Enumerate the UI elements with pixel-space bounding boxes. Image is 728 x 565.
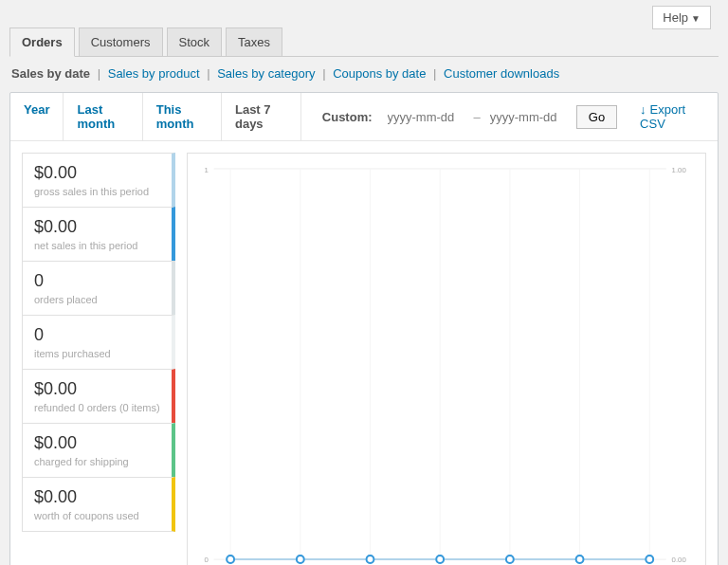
sub-tab-sales-by-product[interactable]: Sales by product bbox=[108, 66, 200, 81]
svg-point-31 bbox=[506, 556, 514, 563]
divider: | bbox=[204, 66, 214, 81]
export-csv-link[interactable]: ↓Export CSV bbox=[627, 93, 718, 140]
report-panel: YearLast monthThis monthLast 7 days Cust… bbox=[9, 92, 719, 565]
range-tab-this-month[interactable]: This month bbox=[143, 93, 222, 140]
stat-label: gross sales in this period bbox=[34, 186, 162, 197]
stat-value: 0 bbox=[34, 325, 162, 345]
stats-sidebar: $0.00gross sales in this period$0.00net … bbox=[22, 153, 175, 531]
svg-point-29 bbox=[367, 556, 374, 563]
stat-card-6[interactable]: $0.00worth of coupons used bbox=[22, 477, 175, 532]
stat-value: $0.00 bbox=[34, 433, 162, 453]
date-range-bar: YearLast monthThis monthLast 7 days Cust… bbox=[10, 93, 718, 141]
date-to-input[interactable] bbox=[488, 106, 569, 128]
range-tab-last-7-days[interactable]: Last 7 days bbox=[222, 93, 301, 140]
svg-text:0.00: 0.00 bbox=[672, 556, 687, 564]
date-range-dash: – bbox=[474, 110, 481, 124]
help-label: Help bbox=[663, 10, 688, 25]
stat-label: net sales in this period bbox=[34, 240, 162, 251]
stat-card-3[interactable]: 0items purchased bbox=[22, 315, 175, 370]
stat-label: charged for shipping bbox=[34, 456, 162, 467]
divider: | bbox=[94, 66, 104, 81]
main-tabs: OrdersCustomersStockTaxes bbox=[9, 27, 719, 57]
svg-text:0: 0 bbox=[204, 556, 209, 564]
custom-range-group: Custom: – Go bbox=[301, 93, 627, 140]
stat-label: orders placed bbox=[34, 294, 162, 305]
stat-value: $0.00 bbox=[34, 487, 162, 507]
help-button[interactable]: Help▼ bbox=[652, 6, 711, 29]
svg-point-27 bbox=[227, 556, 234, 563]
stat-label: refunded 0 orders (0 items) bbox=[34, 402, 162, 413]
stat-card-4[interactable]: $0.00refunded 0 orders (0 items) bbox=[22, 369, 175, 424]
svg-point-33 bbox=[646, 556, 653, 563]
divider: | bbox=[319, 66, 330, 81]
download-icon: ↓ bbox=[640, 102, 646, 117]
stat-value: $0.00 bbox=[34, 163, 162, 183]
main-tab-customers[interactable]: Customers bbox=[79, 27, 163, 57]
sub-tab-sales-by-category[interactable]: Sales by category bbox=[217, 66, 315, 81]
chart-container: 101.000.0002 May03 May04 May05 May06 May… bbox=[187, 153, 706, 565]
main-tab-taxes[interactable]: Taxes bbox=[226, 27, 282, 57]
stat-card-2[interactable]: 0orders placed bbox=[22, 261, 175, 316]
main-tab-orders[interactable]: Orders bbox=[9, 27, 75, 57]
sales-chart: 101.000.0002 May03 May04 May05 May06 May… bbox=[199, 165, 694, 565]
svg-text:1.00: 1.00 bbox=[672, 166, 687, 174]
stat-label: worth of coupons used bbox=[34, 510, 162, 521]
svg-text:1: 1 bbox=[204, 166, 208, 174]
stat-card-1[interactable]: $0.00net sales in this period bbox=[22, 207, 175, 262]
svg-point-30 bbox=[436, 556, 444, 563]
stat-label: items purchased bbox=[34, 348, 162, 359]
sub-tab-customer-downloads[interactable]: Customer downloads bbox=[444, 66, 559, 81]
range-tab-year[interactable]: Year bbox=[10, 93, 64, 140]
custom-label: Custom: bbox=[311, 110, 378, 124]
stat-value: 0 bbox=[34, 271, 162, 291]
stat-value: $0.00 bbox=[34, 379, 162, 399]
stat-card-5[interactable]: $0.00charged for shipping bbox=[22, 423, 175, 478]
export-label: Export CSV bbox=[640, 102, 685, 131]
chevron-down-icon: ▼ bbox=[691, 13, 701, 24]
svg-point-32 bbox=[576, 556, 584, 563]
range-tab-last-month[interactable]: Last month bbox=[64, 93, 142, 140]
main-tab-stock[interactable]: Stock bbox=[167, 27, 223, 57]
date-from-input[interactable] bbox=[386, 106, 466, 128]
report-subnav: Sales by date | Sales by product | Sales… bbox=[9, 57, 719, 92]
svg-point-28 bbox=[297, 556, 304, 563]
divider: | bbox=[429, 66, 440, 81]
go-button[interactable]: Go bbox=[576, 105, 617, 129]
sub-tab-sales-by-date: Sales by date bbox=[11, 66, 90, 81]
sub-tab-coupons-by-date[interactable]: Coupons by date bbox=[333, 66, 426, 81]
stat-card-0[interactable]: $0.00gross sales in this period bbox=[22, 153, 175, 208]
stat-value: $0.00 bbox=[34, 217, 162, 237]
